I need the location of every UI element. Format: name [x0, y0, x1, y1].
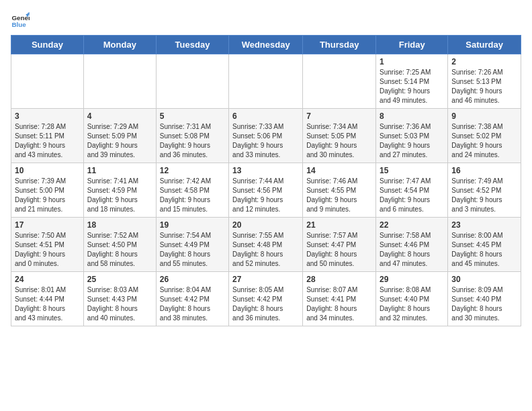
day-info: Sunrise: 7:39 AM Sunset: 5:00 PM Dayligh… [15, 177, 80, 214]
day-info: Sunrise: 7:25 AM Sunset: 5:14 PM Dayligh… [380, 68, 444, 105]
calendar-cell [229, 54, 303, 109]
calendar-cell: 11Sunrise: 7:41 AM Sunset: 4:59 PM Dayli… [83, 163, 156, 218]
calendar-cell: 19Sunrise: 7:54 AM Sunset: 4:49 PM Dayli… [156, 218, 228, 272]
day-number: 3 [15, 111, 80, 121]
week-row-2: 3Sunrise: 7:28 AM Sunset: 5:11 PM Daylig… [11, 109, 521, 163]
day-info: Sunrise: 7:57 AM Sunset: 4:47 PM Dayligh… [306, 231, 372, 269]
header-monday: Monday [83, 36, 156, 54]
day-number: 15 [380, 166, 444, 175]
day-info: Sunrise: 8:04 AM Sunset: 4:42 PM Dayligh… [160, 285, 225, 323]
day-number: 19 [160, 220, 225, 230]
week-row-1: 1Sunrise: 7:25 AM Sunset: 5:14 PM Daylig… [11, 54, 521, 109]
day-number: 9 [451, 111, 517, 121]
day-number: 17 [15, 220, 80, 230]
day-info: Sunrise: 7:29 AM Sunset: 5:09 PM Dayligh… [87, 122, 152, 160]
calendar-cell: 8Sunrise: 7:36 AM Sunset: 5:03 PM Daylig… [376, 109, 448, 163]
day-info: Sunrise: 7:46 AM Sunset: 4:55 PM Dayligh… [306, 177, 372, 214]
day-info: Sunrise: 7:50 AM Sunset: 4:51 PM Dayligh… [15, 231, 80, 269]
calendar-cell: 5Sunrise: 7:31 AM Sunset: 5:08 PM Daylig… [156, 109, 228, 163]
day-info: Sunrise: 7:49 AM Sunset: 4:52 PM Dayligh… [451, 177, 517, 214]
calendar-cell: 2Sunrise: 7:26 AM Sunset: 5:13 PM Daylig… [448, 54, 521, 109]
header-saturday: Saturday [448, 36, 521, 54]
header-thursday: Thursday [303, 36, 376, 54]
calendar-cell: 18Sunrise: 7:52 AM Sunset: 4:50 PM Dayli… [83, 218, 156, 272]
day-info: Sunrise: 7:41 AM Sunset: 4:59 PM Dayligh… [87, 177, 152, 214]
calendar-cell: 1Sunrise: 7:25 AM Sunset: 5:14 PM Daylig… [376, 54, 448, 109]
day-info: Sunrise: 8:03 AM Sunset: 4:43 PM Dayligh… [87, 285, 152, 323]
logo-icon: General Blue [11, 11, 30, 30]
day-number: 29 [380, 275, 444, 284]
day-info: Sunrise: 8:07 AM Sunset: 4:41 PM Dayligh… [306, 285, 372, 323]
day-number: 7 [306, 111, 372, 121]
calendar-cell: 6Sunrise: 7:33 AM Sunset: 5:06 PM Daylig… [229, 109, 303, 163]
day-info: Sunrise: 7:44 AM Sunset: 4:56 PM Dayligh… [232, 177, 299, 214]
week-row-3: 10Sunrise: 7:39 AM Sunset: 5:00 PM Dayli… [11, 163, 521, 218]
day-info: Sunrise: 7:31 AM Sunset: 5:08 PM Dayligh… [160, 122, 225, 160]
calendar-table: SundayMondayTuesdayWednesdayThursdayFrid… [11, 35, 521, 326]
logo: General Blue [11, 11, 32, 30]
day-info: Sunrise: 8:05 AM Sunset: 4:42 PM Dayligh… [232, 285, 299, 323]
header-wednesday: Wednesday [229, 36, 303, 54]
header: General Blue [11, 11, 521, 30]
day-number: 14 [306, 166, 372, 175]
day-info: Sunrise: 7:47 AM Sunset: 4:54 PM Dayligh… [380, 177, 444, 214]
day-info: Sunrise: 8:08 AM Sunset: 4:40 PM Dayligh… [380, 285, 444, 323]
calendar-cell: 26Sunrise: 8:04 AM Sunset: 4:42 PM Dayli… [156, 272, 228, 326]
day-info: Sunrise: 7:52 AM Sunset: 4:50 PM Dayligh… [87, 231, 152, 269]
calendar-cell [11, 54, 84, 109]
day-number: 16 [451, 166, 517, 175]
day-number: 12 [160, 166, 225, 175]
day-number: 23 [451, 220, 517, 230]
calendar-body: 1Sunrise: 7:25 AM Sunset: 5:14 PM Daylig… [11, 54, 521, 326]
day-info: Sunrise: 7:33 AM Sunset: 5:06 PM Dayligh… [232, 122, 299, 160]
calendar-cell: 14Sunrise: 7:46 AM Sunset: 4:55 PM Dayli… [303, 163, 376, 218]
day-info: Sunrise: 8:00 AM Sunset: 4:45 PM Dayligh… [451, 231, 517, 269]
day-number: 22 [380, 220, 444, 230]
day-info: Sunrise: 8:09 AM Sunset: 4:40 PM Dayligh… [451, 285, 517, 323]
week-row-5: 24Sunrise: 8:01 AM Sunset: 4:44 PM Dayli… [11, 272, 521, 326]
calendar-cell [156, 54, 228, 109]
calendar-cell: 10Sunrise: 7:39 AM Sunset: 5:00 PM Dayli… [11, 163, 84, 218]
header-friday: Friday [376, 36, 448, 54]
day-number: 20 [232, 220, 299, 230]
day-info: Sunrise: 7:58 AM Sunset: 4:46 PM Dayligh… [380, 231, 444, 269]
calendar-cell: 9Sunrise: 7:38 AM Sunset: 5:02 PM Daylig… [448, 109, 521, 163]
header-tuesday: Tuesday [156, 36, 228, 54]
day-info: Sunrise: 7:36 AM Sunset: 5:03 PM Dayligh… [380, 122, 444, 160]
day-number: 25 [87, 275, 152, 284]
day-number: 24 [15, 275, 80, 284]
day-info: Sunrise: 7:26 AM Sunset: 5:13 PM Dayligh… [451, 68, 517, 105]
day-info: Sunrise: 7:54 AM Sunset: 4:49 PM Dayligh… [160, 231, 225, 269]
calendar-cell: 7Sunrise: 7:34 AM Sunset: 5:05 PM Daylig… [303, 109, 376, 163]
day-number: 5 [160, 111, 225, 121]
calendar-cell: 13Sunrise: 7:44 AM Sunset: 4:56 PM Dayli… [229, 163, 303, 218]
day-info: Sunrise: 8:01 AM Sunset: 4:44 PM Dayligh… [15, 285, 80, 323]
calendar-cell: 4Sunrise: 7:29 AM Sunset: 5:09 PM Daylig… [83, 109, 156, 163]
calendar-cell: 15Sunrise: 7:47 AM Sunset: 4:54 PM Dayli… [376, 163, 448, 218]
calendar-cell: 17Sunrise: 7:50 AM Sunset: 4:51 PM Dayli… [11, 218, 84, 272]
day-number: 10 [15, 166, 80, 175]
svg-text:Blue: Blue [11, 21, 26, 28]
calendar-cell: 24Sunrise: 8:01 AM Sunset: 4:44 PM Dayli… [11, 272, 84, 326]
header-sunday: Sunday [11, 36, 84, 54]
day-number: 26 [160, 275, 225, 284]
day-number: 13 [232, 166, 299, 175]
day-number: 18 [87, 220, 152, 230]
calendar-cell: 21Sunrise: 7:57 AM Sunset: 4:47 PM Dayli… [303, 218, 376, 272]
day-number: 8 [380, 111, 444, 121]
calendar-cell: 30Sunrise: 8:09 AM Sunset: 4:40 PM Dayli… [448, 272, 521, 326]
calendar-header-row: SundayMondayTuesdayWednesdayThursdayFrid… [11, 36, 521, 54]
calendar-cell [83, 54, 156, 109]
day-number: 28 [306, 275, 372, 284]
calendar-cell: 22Sunrise: 7:58 AM Sunset: 4:46 PM Dayli… [376, 218, 448, 272]
day-number: 21 [306, 220, 372, 230]
calendar-cell: 20Sunrise: 7:55 AM Sunset: 4:48 PM Dayli… [229, 218, 303, 272]
day-info: Sunrise: 7:55 AM Sunset: 4:48 PM Dayligh… [232, 231, 299, 269]
day-info: Sunrise: 7:42 AM Sunset: 4:58 PM Dayligh… [160, 177, 225, 214]
day-number: 27 [232, 275, 299, 284]
calendar-cell: 25Sunrise: 8:03 AM Sunset: 4:43 PM Dayli… [83, 272, 156, 326]
calendar-cell: 28Sunrise: 8:07 AM Sunset: 4:41 PM Dayli… [303, 272, 376, 326]
day-number: 11 [87, 166, 152, 175]
calendar-cell: 29Sunrise: 8:08 AM Sunset: 4:40 PM Dayli… [376, 272, 448, 326]
day-number: 4 [87, 111, 152, 121]
